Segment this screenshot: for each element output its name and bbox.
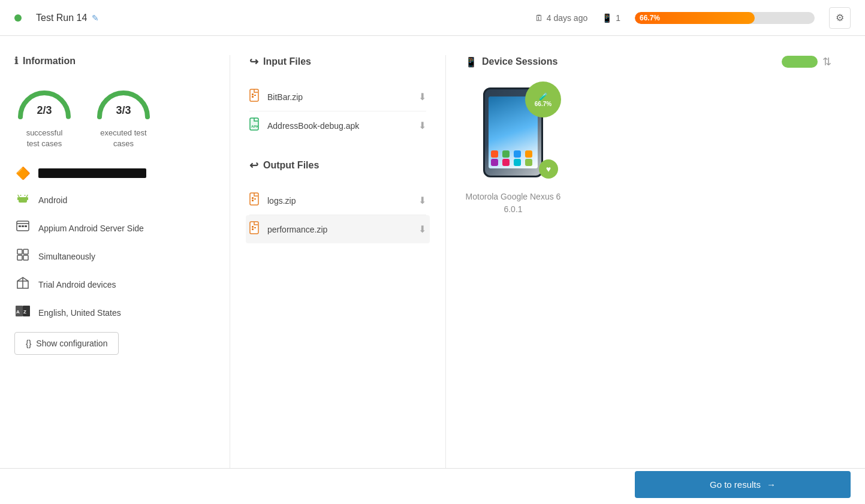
header-meta: 🗓 4 days ago 📱 1 66.7% ⚙ — [535, 7, 851, 29]
performance-zip-icon — [249, 221, 261, 237]
input-files-icon: ↪ — [249, 55, 258, 68]
show-config-label: Show configuration — [36, 339, 107, 348]
device-name-label: Motorola Google Nexus 6 6.0.1 — [466, 191, 561, 216]
lang-label: English, United States — [38, 308, 121, 318]
show-configuration-button[interactable]: {} Show configuration — [14, 332, 119, 355]
performance-zip-name: performance.zip — [267, 225, 327, 234]
device-sessions-header: 📱 Device Sessions ⇅ — [465, 55, 831, 68]
svg-rect-8 — [19, 225, 21, 227]
download-bitbar-button[interactable]: ⬇ — [418, 91, 426, 102]
device-card[interactable]: 🧪 66.7% ♥ Motorola Google Nexus 6 6.0.1 — [465, 87, 561, 216]
svg-point-3 — [25, 195, 26, 196]
svg-rect-5 — [27, 197, 28, 200]
svg-rect-12 — [23, 249, 28, 254]
svg-rect-10 — [25, 225, 27, 227]
date-label: 4 days ago — [547, 13, 588, 23]
svg-rect-14 — [23, 255, 28, 260]
file-item-left: APK AddressBook-debug.apk — [249, 117, 359, 134]
svg-rect-30 — [254, 198, 256, 200]
output-files-list: logs.zip ⬇ performance.zip — [249, 186, 426, 243]
svg-rect-9 — [22, 225, 24, 227]
edit-icon[interactable]: ✎ — [92, 13, 99, 23]
gauge-svg-executed: 3/3 — [94, 81, 153, 123]
svg-rect-23 — [252, 96, 254, 98]
info-row-sim: Simultaneously — [14, 248, 215, 265]
progress-bar-container: 66.7% — [635, 12, 815, 24]
settings-button[interactable]: ⚙ — [829, 7, 851, 29]
info-section-icon: ℹ — [14, 55, 18, 67]
sim-icon — [14, 248, 31, 265]
appium-label: Appium Android Server Side — [38, 224, 144, 233]
info-row-redacted: 🔶 — [14, 166, 215, 180]
header: Test Run 14 ✎ 🗓 4 days ago 📱 1 66.7% ⚙ — [0, 0, 865, 36]
info-row-android: Android — [14, 191, 215, 209]
trial-label: Trial Android devices — [38, 280, 116, 289]
download-apk-button[interactable]: ⬇ — [418, 120, 426, 131]
input-files-heading: Input Files — [263, 56, 311, 67]
device-version: 6.0.1 — [504, 204, 522, 214]
svg-text:APK: APK — [251, 125, 259, 128]
svg-point-2 — [20, 195, 22, 196]
gauge-svg-successful: 2/3 — [14, 81, 74, 123]
show-config-icon: {} — [26, 339, 31, 348]
executed-label: executed testcases — [100, 128, 146, 149]
android-icon — [14, 191, 31, 209]
heart-icon: ♥ — [546, 164, 551, 174]
sort-icon[interactable]: ⇅ — [822, 55, 831, 68]
trial-icon — [14, 276, 31, 293]
progress-label: 66.7% — [640, 14, 660, 22]
list-item: performance.zip ⬇ — [246, 215, 430, 243]
svg-rect-29 — [252, 200, 254, 201]
list-item: APK AddressBook-debug.apk ⬇ — [249, 111, 426, 140]
input-files-title: ↪ Input Files — [249, 55, 426, 68]
file-item-left: BitBar.zip — [249, 89, 303, 105]
device-sessions-heading: Device Sessions — [482, 56, 557, 67]
zip-file-icon — [249, 89, 261, 105]
successful-label: successfultest cases — [26, 128, 63, 149]
svg-text:2/3: 2/3 — [37, 104, 52, 116]
files-section: ↪ Input Files BitBar.zip — [230, 55, 446, 485]
go-to-results-label: Go to results — [710, 479, 761, 490]
device-sessions-controls: ⇅ — [782, 55, 831, 68]
header-title-group: Test Run 14 ✎ — [36, 13, 99, 23]
device-sessions-section: 📱 Device Sessions ⇅ — [446, 55, 851, 485]
download-performance-button[interactable]: ⬇ — [418, 224, 426, 235]
badge-percent-label: 66.7% — [535, 101, 551, 107]
redacted-value — [38, 168, 146, 178]
phone-meta-icon: 📱 — [602, 13, 612, 23]
download-logs-button[interactable]: ⬇ — [418, 195, 426, 206]
input-files-list: BitBar.zip ⬇ APK AddressBook-debug.apk ⬇ — [249, 83, 426, 140]
phone-apps-row — [491, 150, 535, 166]
calendar-icon: 🗓 — [535, 13, 543, 23]
output-files-title: ↩ Output Files — [249, 159, 426, 172]
green-pill-indicator — [782, 56, 818, 68]
gauges-row: 2/3 successfultest cases 3/3 executed te… — [14, 81, 215, 149]
device-sessions-title: 📱 Device Sessions — [465, 56, 557, 68]
information-heading: Information — [23, 56, 76, 67]
device-count-meta: 📱 1 — [602, 13, 620, 23]
svg-text:3/3: 3/3 — [116, 104, 131, 116]
output-files-heading: Output Files — [263, 160, 319, 171]
bottom-bar: Go to results → — [0, 468, 865, 504]
appium-icon — [14, 219, 31, 237]
date-meta: 🗓 4 days ago — [535, 13, 588, 23]
lang-icon: A Z — [14, 304, 31, 321]
go-to-results-button[interactable]: Go to results → — [635, 471, 851, 498]
info-row-lang: A Z English, United States — [14, 304, 215, 321]
executed-gauge: 3/3 executed testcases — [94, 81, 153, 149]
redacted-icon: 🔶 — [14, 166, 31, 180]
sim-label: Simultaneously — [38, 252, 95, 261]
svg-text:A: A — [16, 309, 20, 315]
info-row-appium: Appium Android Server Side — [14, 219, 215, 237]
device-model-name: Motorola Google Nexus 6 — [466, 192, 561, 201]
svg-rect-32 — [252, 226, 254, 228]
arrow-icon: → — [767, 479, 776, 490]
bitbar-zip-name: BitBar.zip — [267, 92, 303, 102]
device-sessions-icon: 📱 — [465, 56, 477, 68]
heart-badge: ♥ — [539, 159, 558, 179]
svg-rect-4 — [17, 197, 19, 200]
svg-rect-13 — [17, 255, 22, 260]
file-item-left: logs.zip — [249, 192, 296, 209]
flask-icon: 🧪 — [539, 92, 548, 101]
successful-gauge: 2/3 successfultest cases — [14, 81, 74, 149]
